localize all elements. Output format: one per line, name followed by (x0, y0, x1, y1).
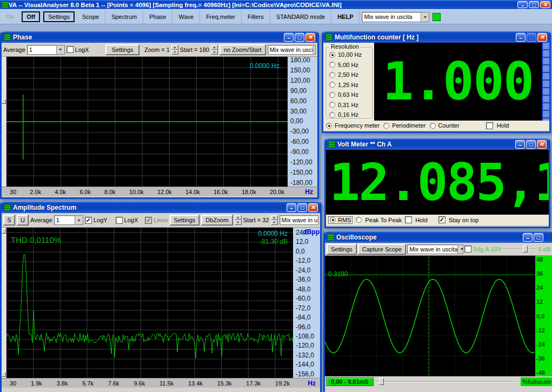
phase-left-slider[interactable] (2, 57, 6, 187)
radio-icon[interactable] (329, 72, 335, 78)
scope-button[interactable]: Scope (76, 10, 105, 24)
spin-down-icon[interactable] (171, 50, 178, 55)
counter-titlebar[interactable]: Multifunction counter [ Hz ] (323, 31, 549, 43)
main-titlebar[interactable]: VA -- VisualAnalyser 8.0 Beta 1 -- [Poin… (0, 0, 552, 9)
close-button[interactable] (308, 203, 318, 212)
radio-icon[interactable] (329, 112, 335, 118)
spin-down-icon[interactable] (235, 220, 242, 225)
slider-thumb[interactable] (2, 229, 6, 234)
settings-button[interactable]: Settings (43, 11, 75, 22)
no-zoom-start-button[interactable]: no Zoom/Start (220, 44, 266, 55)
lines-checkbox[interactable] (145, 217, 152, 224)
counter-mode-option[interactable]: Counter (430, 122, 460, 129)
help-button[interactable]: HELP (331, 10, 360, 24)
close-button[interactable] (537, 140, 547, 149)
minimize-button[interactable] (284, 33, 294, 42)
maximize-button[interactable] (297, 203, 307, 212)
minimize-button[interactable] (517, 1, 528, 8)
trigger-checkbox[interactable] (464, 245, 471, 253)
restore-button[interactable] (529, 1, 539, 8)
hold-checkbox[interactable] (405, 216, 412, 223)
spin-up-icon[interactable] (211, 45, 218, 50)
dbzoom-stepper[interactable] (235, 215, 242, 225)
radio-icon[interactable] (329, 62, 335, 68)
average-select[interactable]: 1 (27, 45, 65, 55)
counter-mode-option[interactable]: Frequency meter (326, 122, 380, 129)
close-button[interactable] (540, 1, 550, 8)
scope-settings-button[interactable]: Settings (327, 244, 357, 255)
radio-icon[interactable] (329, 52, 335, 58)
resolution-option[interactable]: 2,50 Hz (329, 70, 371, 80)
radio-icon[interactable] (383, 123, 389, 129)
resolution-option[interactable]: 0,31 Hz (329, 100, 371, 110)
chevron-down-icon[interactable] (421, 12, 429, 22)
dbzoom-button[interactable]: DbZoom (201, 215, 232, 225)
slider-thumb[interactable] (2, 99, 6, 104)
close-button[interactable] (537, 33, 547, 42)
capture-scope-button[interactable]: Capture Scope (358, 244, 406, 255)
radio-icon[interactable] (329, 102, 335, 108)
spin-up-icon[interactable] (171, 45, 178, 50)
standard-mode-button[interactable]: STANDARD mode (270, 10, 331, 24)
spin-up-icon[interactable] (235, 215, 242, 220)
average-select[interactable]: 1 (54, 215, 83, 225)
radio-icon[interactable] (326, 123, 332, 129)
resolution-option[interactable]: 1,25 Hz (329, 80, 371, 90)
output-select[interactable]: Mix wave in uscita (362, 12, 429, 22)
counter-scale-scrollbar[interactable] (542, 43, 549, 121)
phase-settings-button[interactable]: Settings (105, 44, 139, 55)
trigger-slider[interactable] (502, 245, 537, 254)
u-button[interactable]: U (17, 215, 29, 225)
off-button[interactable]: Off (22, 11, 40, 22)
start-stepper[interactable] (271, 215, 278, 225)
counter-mode-option[interactable]: Periodimeter (383, 122, 425, 129)
minimize-button[interactable] (523, 233, 533, 242)
resolution-option[interactable]: 0,16 Hz (329, 110, 371, 120)
maximize-button[interactable] (534, 233, 543, 242)
slider-thumb[interactable] (523, 245, 528, 253)
radio-icon[interactable] (329, 92, 335, 98)
chevron-down-icon[interactable] (313, 45, 316, 54)
spin-down-icon[interactable] (271, 220, 278, 225)
close-button[interactable] (305, 33, 315, 42)
resolution-option[interactable]: 0,63 Hz (329, 90, 371, 100)
spectrum-button[interactable]: Spectrum (105, 10, 143, 24)
slider-thumb[interactable] (2, 372, 6, 377)
zoom-stepper[interactable] (171, 45, 178, 55)
maximize-button[interactable] (527, 33, 536, 42)
spectrum-left-slider[interactable] (2, 228, 6, 378)
minimize-button[interactable] (515, 140, 525, 149)
stay-on-top-checkbox[interactable] (438, 216, 445, 223)
phase-button[interactable]: Phase (143, 10, 172, 24)
wave-button[interactable]: Wave (172, 10, 200, 24)
volt-titlebar[interactable]: Volt Meter ** Ch A (326, 138, 549, 150)
spectrum-settings-button[interactable]: Settings (170, 215, 200, 225)
resolution-option[interactable]: 5,00 Hz (329, 60, 371, 70)
chevron-down-icon[interactable] (457, 245, 463, 254)
phase-channel-select[interactable]: Mix wave in usci (268, 45, 316, 55)
freq-meter-button[interactable]: Freq.meter (200, 10, 242, 24)
start-stepper[interactable] (211, 45, 218, 55)
radio-icon[interactable] (330, 217, 336, 223)
scope-channel-select[interactable]: Mix wave in uscita (407, 244, 463, 254)
time-position-slider[interactable] (376, 377, 518, 386)
minimize-button[interactable] (287, 203, 296, 212)
s-button[interactable]: S (3, 215, 15, 225)
resolution-option[interactable]: 10,00 Hz (329, 50, 371, 60)
scope-plot[interactable]: 0.3190 (325, 256, 535, 376)
radio-icon[interactable] (329, 82, 335, 88)
maximize-button[interactable] (526, 140, 536, 149)
maximize-button[interactable] (295, 33, 304, 42)
spin-down-icon[interactable] (211, 50, 218, 55)
radio-icon[interactable] (430, 123, 436, 129)
slider-thumb[interactable] (379, 378, 384, 385)
spin-up-icon[interactable] (271, 215, 278, 220)
chevron-down-icon[interactable] (75, 216, 83, 224)
peak-to-peak-radio[interactable] (356, 217, 362, 223)
logy-checkbox[interactable] (85, 217, 92, 224)
scope-titlebar[interactable]: Oscilloscope (325, 231, 552, 243)
spectrum-titlebar[interactable]: Amplitude Spectrum (2, 202, 320, 213)
spectrum-plot[interactable]: THD 0,0110% 0.0000 Hz -81.30 dB (6, 228, 293, 378)
on-button[interactable]: On (0, 10, 20, 24)
hold-checkbox[interactable] (486, 122, 493, 129)
